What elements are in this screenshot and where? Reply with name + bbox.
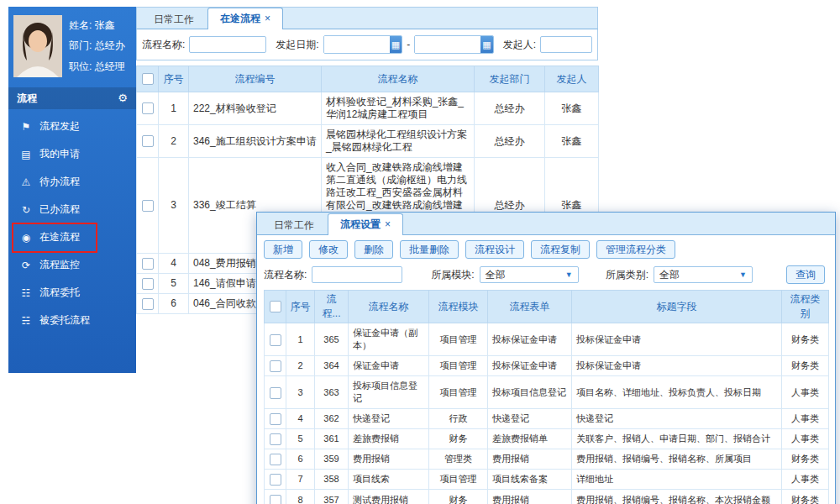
row-checkbox[interactable] bbox=[142, 200, 154, 212]
delete-button[interactable]: 删除 bbox=[354, 240, 393, 259]
tab-daily-work[interactable]: 日常工作 bbox=[262, 215, 326, 234]
select-all-checkbox[interactable] bbox=[142, 73, 154, 85]
table-cell: 222_材料验收登记 bbox=[189, 92, 322, 125]
table-cell: 管理类 bbox=[429, 449, 488, 470]
table-cell: 关联客户、报销人、申请日期、部门、报销合计 bbox=[572, 429, 782, 449]
process-settings-table: 序号 流程... 流程名称 流程模块 流程表单 标题字段 流程类别 1365保证… bbox=[264, 290, 829, 504]
close-icon[interactable]: × bbox=[385, 218, 391, 230]
initiator-input[interactable] bbox=[540, 36, 592, 53]
table-cell: 项目管理 bbox=[429, 376, 488, 409]
sidebar-item-process-monitor[interactable]: ⟳流程监控 bbox=[8, 251, 136, 279]
table-cell: 358 bbox=[315, 470, 349, 490]
gear-icon[interactable]: ⚙ bbox=[118, 87, 128, 109]
row-checkbox[interactable] bbox=[270, 454, 281, 465]
row-checkbox[interactable] bbox=[142, 102, 154, 114]
table-cell: 财务 bbox=[429, 490, 488, 504]
org-chart2-icon: ☵ bbox=[20, 315, 32, 327]
alert-icon: ⚠ bbox=[20, 176, 32, 188]
module-select-value: 全部 bbox=[486, 268, 506, 282]
table-cell: 项目管理 bbox=[429, 470, 488, 490]
calendar-icon[interactable]: ▦ bbox=[390, 36, 402, 53]
tab-process-settings[interactable]: 流程设置× bbox=[328, 213, 403, 235]
sidebar-item-label: 待办流程 bbox=[39, 175, 80, 189]
col-process-name: 流程名称 bbox=[322, 66, 475, 92]
row-checkbox[interactable] bbox=[142, 298, 154, 310]
row-checkbox[interactable] bbox=[142, 135, 154, 147]
org-chart-icon: ☷ bbox=[20, 287, 32, 299]
tab-in-transit[interactable]: 在途流程× bbox=[207, 8, 283, 29]
table-cell: 投标项目信息登记 bbox=[349, 376, 429, 409]
sidebar-item-process-delegate[interactable]: ☷流程委托 bbox=[8, 279, 136, 307]
manage-categories-button[interactable]: 管理流程分类 bbox=[596, 240, 675, 259]
calendar-icon[interactable]: ▦ bbox=[480, 36, 492, 53]
sidebar-item-my-applications[interactable]: ▤我的申请 bbox=[8, 140, 136, 168]
row-checkbox[interactable] bbox=[270, 413, 281, 425]
row-checkbox[interactable] bbox=[270, 334, 281, 346]
sidebar-item-todo-processes[interactable]: ⚠待办流程 bbox=[8, 168, 136, 196]
table-cell: 保证金申请 bbox=[349, 356, 429, 376]
category-select[interactable]: 全部 ▼ bbox=[654, 266, 753, 283]
process-settings-window: 日常工作流程设置× 新增修改删除批量删除流程设计流程复制管理流程分类 流程名称:… bbox=[256, 212, 836, 504]
table-cell: 4 bbox=[159, 254, 189, 274]
row-checkbox[interactable] bbox=[270, 495, 281, 504]
process-name-input[interactable] bbox=[189, 36, 266, 53]
user-department: 部门: 总经办 bbox=[69, 39, 125, 53]
row-checkbox[interactable] bbox=[270, 433, 281, 445]
sidebar-item-in-transit-processes[interactable]: ◉在途流程 bbox=[8, 223, 136, 251]
process-name-input[interactable] bbox=[312, 266, 402, 283]
flag-icon: ⚑ bbox=[20, 121, 32, 133]
table-row[interactable]: 4362快递登记行政快递登记快递登记人事类 bbox=[265, 409, 829, 429]
process-copy-button[interactable]: 流程复制 bbox=[531, 240, 590, 259]
search-button[interactable]: 查询 bbox=[786, 265, 825, 284]
table-cell: 5 bbox=[159, 274, 189, 294]
table-row[interactable]: 6359费用报销管理类费用报销费用报销、报销编号、报销名称、所属项目财务类 bbox=[265, 449, 829, 470]
process-design-button[interactable]: 流程设计 bbox=[465, 240, 524, 259]
table-cell: 3 bbox=[286, 376, 315, 409]
edit-button[interactable]: 修改 bbox=[309, 240, 348, 259]
row-checkbox[interactable] bbox=[142, 278, 154, 290]
table-row[interactable]: 5361差旅费报销财务差旅费报销单关联客户、报销人、申请日期、部门、报销合计人事… bbox=[265, 429, 829, 449]
col-initiator: 发起人 bbox=[545, 66, 599, 92]
table-cell: 财务类 bbox=[782, 449, 829, 470]
date-to-field: ▦ bbox=[414, 35, 493, 54]
process-name-label: 流程名称: bbox=[142, 38, 185, 52]
col-seq: 序号 bbox=[159, 66, 189, 92]
table-cell: 8 bbox=[286, 490, 315, 504]
table-row[interactable]: 2364保证金申请项目管理投标保证金申请投标保证金申请财务类 bbox=[265, 356, 829, 376]
col-name: 流程名称 bbox=[349, 291, 429, 323]
table-row[interactable]: 1365保证金申请（副本）项目管理投标保证金申请投标保证金申请财务类 bbox=[265, 323, 829, 356]
batch-delete-button[interactable]: 批量删除 bbox=[400, 240, 459, 259]
table-row[interactable]: 7358项目线索项目管理项目线索备案详细地址人事类 bbox=[265, 470, 829, 490]
select-all-checkbox[interactable] bbox=[270, 301, 281, 312]
table-cell: 财务类 bbox=[782, 323, 829, 356]
table-cell: 361 bbox=[315, 429, 349, 449]
row-checkbox[interactable] bbox=[270, 387, 281, 399]
category-label: 所属类别: bbox=[606, 268, 648, 282]
row-checkbox[interactable] bbox=[142, 258, 154, 270]
transit-icon: ◉ bbox=[20, 232, 32, 244]
tab-daily-work[interactable]: 日常工作 bbox=[142, 9, 206, 29]
sidebar-item-delegated-processes[interactable]: ☵被委托流程 bbox=[8, 307, 136, 334]
user-name: 姓名: 张鑫 bbox=[69, 18, 125, 33]
table-row[interactable]: 1222_材料验收登记材料验收登记_材料采购_张鑫_华润12城房建工程项目总经办… bbox=[137, 92, 599, 125]
module-select[interactable]: 全部 ▼ bbox=[480, 266, 579, 283]
table-cell: 363 bbox=[315, 376, 349, 409]
table-header-row: 序号 流程... 流程名称 流程模块 流程表单 标题字段 流程类别 bbox=[265, 291, 829, 323]
table-row[interactable]: 8357测试费用报销财务费用报销费用报销、报销编号、报销名称、本次报销金额财务类 bbox=[265, 490, 829, 504]
table-cell: 张鑫 bbox=[545, 125, 599, 158]
caret-down-icon: ▼ bbox=[565, 270, 573, 279]
date-from-input[interactable] bbox=[324, 36, 390, 53]
row-checkbox[interactable] bbox=[270, 474, 281, 486]
sidebar-header: 流程 ⚙ bbox=[8, 87, 136, 109]
table-cell: 费用报销 bbox=[488, 490, 572, 504]
row-checkbox[interactable] bbox=[270, 360, 281, 372]
table-row[interactable]: 2346_施工组织设计方案申请晨铭园林绿化工程组织设计方案_晨铭园林绿化工程总经… bbox=[137, 125, 599, 158]
close-icon[interactable]: × bbox=[265, 13, 270, 24]
table-cell: 张鑫 bbox=[545, 92, 599, 125]
date-to-input[interactable] bbox=[415, 36, 480, 53]
sidebar-item-process-start[interactable]: ⚑流程发起 bbox=[8, 113, 136, 140]
table-row[interactable]: 3363投标项目信息登记项目管理投标项目信息登记项目名称、详细地址、投标负责人、… bbox=[265, 376, 829, 409]
sidebar-item-done-processes[interactable]: ↻已办流程 bbox=[8, 196, 136, 223]
table-cell: 详细地址 bbox=[572, 470, 782, 490]
add-button[interactable]: 新增 bbox=[264, 240, 302, 259]
